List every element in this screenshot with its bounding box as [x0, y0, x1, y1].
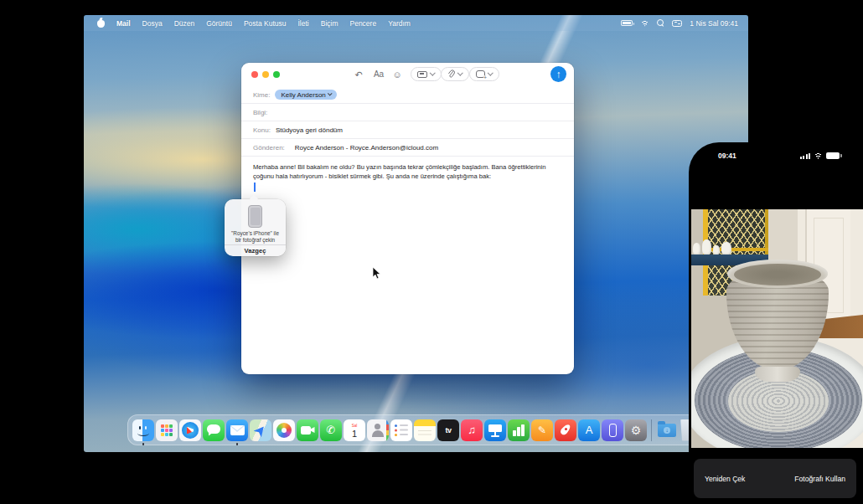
desktop-composite: Mail Dosya Düzen Görüntü Posta Kutusu İl… — [0, 0, 863, 504]
retake-button[interactable]: Yeniden Çek — [705, 475, 745, 483]
mac-display: Mail Dosya Düzen Görüntü Posta Kutusu İl… — [84, 15, 748, 452]
chevron-down-icon — [457, 70, 463, 75]
mail-compose-window: ↶ Aa ☺ ↑ — [241, 63, 574, 374]
emoji-icon[interactable]: ☺ — [390, 68, 404, 81]
dock-pages-icon[interactable]: ✎ — [531, 419, 553, 441]
from-field[interactable]: Gönderen: Royce Anderson - Royce.Anderso… — [241, 139, 574, 157]
header-fields-icon — [417, 71, 427, 78]
recipient-token[interactable]: Kelly Anderson — [275, 90, 337, 100]
minimize-button[interactable] — [262, 71, 269, 78]
battery-icon — [826, 152, 840, 159]
subject-field[interactable]: Konu: Stüdyoya geri döndüm — [241, 121, 574, 139]
insert-photo-icon — [476, 70, 485, 78]
dock-photos-icon[interactable] — [273, 419, 295, 441]
dock-notes-icon[interactable] — [414, 419, 436, 441]
dock-launchpad-icon[interactable] — [156, 419, 178, 441]
from-value: Royce Anderson - Royce.Anderson@icloud.c… — [295, 144, 438, 152]
dock-app-store-icon[interactable]: A — [578, 419, 600, 441]
menu-pencere[interactable]: Pencere — [350, 19, 377, 28]
cancel-button[interactable]: Vazgeç — [225, 245, 286, 256]
cc-field[interactable]: Bilgi: — [241, 104, 574, 121]
calendar-day: 1 — [352, 429, 357, 439]
subject-label: Konu: — [253, 126, 271, 134]
search-icon[interactable] — [657, 19, 664, 27]
attach-button[interactable] — [441, 67, 469, 81]
iphone-device: 09:41 Yeniden Çek F — [689, 142, 863, 504]
dock-safari-icon[interactable] — [179, 419, 201, 441]
recipient-name: Kelly Anderson — [281, 91, 325, 99]
dock-iphone-mirroring-icon[interactable] — [602, 419, 623, 441]
subject-value: Stüdyoya geri döndüm — [276, 126, 343, 134]
undo-icon[interactable]: ↶ — [352, 68, 365, 81]
battery-icon[interactable] — [621, 20, 633, 26]
menu-dosya[interactable]: Dosya — [142, 19, 163, 28]
control-center-icon[interactable] — [672, 20, 682, 27]
to-field[interactable]: Kime: Kelly Anderson — [241, 86, 574, 104]
iphone-clock: 09:41 — [718, 152, 736, 160]
chevron-down-icon — [328, 91, 332, 95]
dock-contacts-icon[interactable] — [367, 419, 389, 441]
to-label: Kime: — [253, 91, 270, 99]
dock-mail-icon[interactable] — [226, 419, 248, 441]
dock-finder-icon[interactable] — [132, 419, 154, 441]
text-caret — [254, 183, 256, 192]
menu-bar: Mail Dosya Düzen Görüntü Posta Kutusu İl… — [84, 15, 748, 31]
cc-label: Bilgi: — [253, 109, 267, 116]
apple-menu-icon[interactable] — [97, 18, 105, 28]
popover-line1: "Royce's iPhone" ile — [225, 230, 286, 237]
zoom-button[interactable] — [273, 71, 280, 78]
iphone-icon — [248, 205, 262, 228]
insert-media-button[interactable] — [469, 67, 499, 81]
menu-yardim[interactable]: Yardım — [388, 19, 411, 28]
close-button[interactable] — [251, 71, 258, 78]
camera-action-bar: Yeniden Çek Fotoğrafı Kullan — [694, 459, 856, 498]
compose-toolbar: ↶ Aa ☺ ↑ — [241, 63, 574, 86]
use-photo-button[interactable]: Fotoğrafı Kullan — [794, 475, 845, 483]
iphone-status-bar: 09:41 — [691, 151, 863, 162]
wifi-icon[interactable] — [640, 20, 649, 27]
dock: ✆ Sal 1 tv ♫ ✎ A ⚙ ↓ — [127, 414, 702, 445]
dock-keynote-icon[interactable] — [484, 419, 506, 441]
wifi-icon — [814, 152, 823, 159]
dock-calendar-icon[interactable]: Sal 1 — [344, 419, 365, 441]
cellular-signal-icon — [800, 152, 810, 159]
from-label: Gönderen: — [253, 144, 285, 152]
dock-reminders-icon[interactable] — [390, 419, 412, 441]
camera-preview-pottery — [691, 209, 863, 448]
popover-line2: bir fotoğraf çekin — [225, 237, 286, 244]
menu-app-name[interactable]: Mail — [116, 19, 131, 28]
mouse-cursor — [372, 266, 381, 280]
menu-goruntu[interactable]: Görüntü — [206, 19, 232, 28]
dock-downloads-icon[interactable]: ↓ — [656, 419, 678, 441]
header-fields-button[interactable] — [411, 67, 442, 81]
paperclip-icon — [447, 69, 455, 79]
menu-posta-kutusu[interactable]: Posta Kutusu — [244, 19, 287, 28]
pottery-shelf-items — [691, 233, 738, 255]
menu-ileti[interactable]: İleti — [297, 19, 308, 28]
dock-numbers-icon[interactable] — [508, 419, 530, 441]
menu-bicim[interactable]: Biçim — [321, 19, 338, 28]
dock-messages-icon[interactable] — [203, 419, 225, 441]
send-button[interactable]: ↑ — [550, 66, 566, 82]
menu-clock[interactable]: 1 Nis Sal 09:41 — [690, 19, 738, 28]
popover-text: "Royce's iPhone" ile bir fotoğraf çekin — [225, 230, 286, 244]
dock-facetime-icon[interactable] — [297, 419, 318, 441]
iphone-photo-popover: "Royce's iPhone" ile bir fotoğraf çekin … — [225, 199, 286, 256]
dock-tv-icon[interactable]: tv — [437, 419, 459, 441]
chevron-down-icon — [488, 70, 493, 75]
dock-phone-icon[interactable]: ✆ — [320, 419, 342, 441]
dock-maps-icon[interactable] — [250, 419, 271, 441]
dock-divider — [651, 419, 652, 441]
dock-rocket-app-icon[interactable] — [555, 419, 576, 441]
dock-music-icon[interactable]: ♫ — [461, 419, 483, 441]
chevron-down-icon — [430, 70, 435, 75]
dock-system-settings-icon[interactable]: ⚙ — [625, 419, 647, 441]
message-body[interactable]: Merhaba anne! Bil bakalım ne oldu? Bu ya… — [253, 163, 562, 181]
menu-duzen[interactable]: Düzen — [174, 19, 195, 28]
clay-bowl — [726, 260, 829, 382]
format-button[interactable]: Aa — [372, 68, 385, 81]
